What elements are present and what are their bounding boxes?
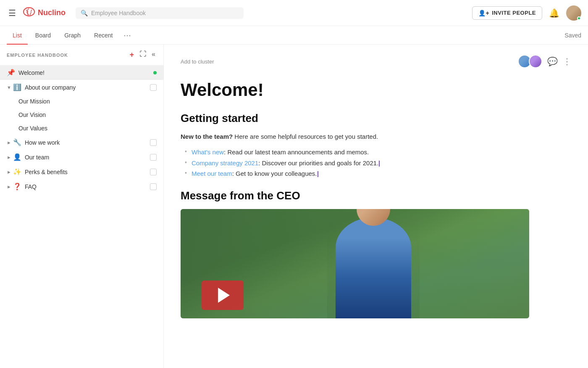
wrench-icon: 🔧: [13, 138, 21, 146]
sidebar-item-label: Our Mission: [18, 98, 157, 105]
online-status-dot: [577, 16, 581, 20]
intro-bold: New to the team?: [181, 133, 233, 140]
ceo-heading: Message from the CEO: [181, 189, 571, 202]
saved-label: Saved: [564, 32, 581, 39]
item-checkbox[interactable]: [150, 169, 157, 175]
text-cursor-2: [318, 171, 318, 177]
getting-started-heading: Getting started: [181, 112, 571, 125]
text-cursor: [379, 161, 380, 167]
sidebar-header: EMPLOYEE HANDBOOK + ⛶ «: [0, 45, 163, 65]
sidebar-header-actions: + ⛶ «: [129, 50, 157, 60]
chevron-right-icon[interactable]: ►: [7, 155, 11, 160]
bullet-text-2: : Discover our priorities and goals for …: [258, 159, 378, 167]
invite-people-button[interactable]: 👤+ INVITE PEOPLE: [472, 6, 542, 20]
content-actions: 💬 ⋮: [518, 55, 571, 68]
sidebar-item-label: Our team: [25, 154, 147, 161]
sidebar-item-label: Our Vision: [18, 111, 157, 118]
expand-icon[interactable]: ⛶: [139, 50, 147, 60]
sidebar-item-perks[interactable]: ► ✨ Perks & benefits: [0, 164, 163, 179]
page-title: Welcome!: [181, 80, 571, 100]
play-triangle-icon: [218, 288, 230, 303]
item-checkbox[interactable]: [150, 139, 157, 146]
tab-list[interactable]: List: [7, 26, 28, 45]
search-placeholder: Employee Handbook: [91, 10, 146, 16]
collaborators-avatars: [518, 55, 542, 68]
logo[interactable]: Nuclino: [23, 6, 66, 20]
video-play-button[interactable]: [202, 281, 244, 310]
sidebar-item-label: How we work: [25, 139, 147, 146]
person-head: [357, 209, 390, 226]
active-dot: [153, 71, 157, 74]
sidebar-item-label: FAQ: [25, 183, 147, 190]
tab-graph[interactable]: Graph: [58, 26, 87, 45]
logo-brain-icon: [23, 6, 35, 20]
collapse-sidebar-icon[interactable]: «: [151, 50, 157, 60]
sidebar-item-how-we-work[interactable]: ► 🔧 How we work: [0, 135, 163, 150]
search-icon: 🔍: [81, 10, 88, 16]
info-icon: ℹ️: [13, 83, 21, 91]
video-section: [181, 209, 571, 318]
logo-text: Nuclino: [38, 8, 66, 17]
nav-right: 👤+ INVITE PEOPLE 🔔: [472, 5, 581, 21]
sidebar-item-about[interactable]: ▼ ℹ️ About our company: [0, 80, 163, 95]
user-avatar-wrap[interactable]: [566, 5, 581, 21]
chevron-down-icon[interactable]: ▼: [7, 85, 11, 90]
list-item: What's new: Read our latest team announc…: [184, 147, 571, 158]
sidebar-item-values[interactable]: Our Values: [0, 122, 163, 135]
resource-list: What's new: Read our latest team announc…: [181, 147, 571, 179]
hamburger-menu[interactable]: ☰: [7, 6, 18, 20]
video-container[interactable]: [181, 209, 529, 318]
whats-new-link[interactable]: What's new: [192, 148, 224, 156]
top-navigation: ☰ Nuclino 🔍 Employee Handbook 👤+ INVITE …: [0, 0, 588, 26]
list-item: Company strategy 2021: Discover our prio…: [184, 158, 571, 169]
sidebar-item-label: Perks & benefits: [25, 169, 147, 175]
meet-our-team-link[interactable]: Meet our team: [192, 170, 232, 177]
chevron-right-icon[interactable]: ►: [7, 184, 11, 189]
person-body: [336, 217, 411, 318]
item-checkbox[interactable]: [150, 183, 157, 190]
question-icon: ❓: [13, 183, 21, 191]
item-checkbox[interactable]: [150, 84, 157, 91]
video-person: [327, 209, 420, 318]
sidebar-item-welcome[interactable]: 📌 Welcome!: [0, 65, 163, 80]
sidebar-item-label: Welcome!: [18, 69, 151, 76]
pin-icon: 📌: [7, 69, 15, 77]
sidebar-item-label: About our company: [25, 84, 147, 91]
company-strategy-link[interactable]: Company strategy 2021: [192, 159, 258, 167]
sidebar-item-faq[interactable]: ► ❓ FAQ: [0, 179, 163, 194]
intro-text: Here are some helpful resources to get y…: [233, 133, 378, 140]
chevron-right-icon[interactable]: ►: [7, 169, 11, 175]
content-area: Add to cluster 💬 ⋮ Welcome! Getting star…: [164, 45, 588, 368]
chevron-right-icon[interactable]: ►: [7, 140, 11, 145]
sidebar-item-our-team[interactable]: ► 👤 Our team: [0, 150, 163, 164]
content-toolbar: Add to cluster 💬 ⋮: [181, 55, 571, 68]
comment-icon[interactable]: 💬: [547, 56, 558, 66]
list-item: Meet our team: Get to know your colleagu…: [184, 168, 571, 179]
person-icon: 👤: [13, 153, 21, 161]
notifications-bell-icon[interactable]: 🔔: [549, 8, 559, 18]
search-bar[interactable]: 🔍 Employee Handbook: [76, 7, 244, 19]
add-item-icon[interactable]: +: [129, 50, 136, 60]
add-to-cluster-button[interactable]: Add to cluster: [181, 58, 214, 65]
svg-point-0: [24, 8, 34, 16]
bullet-text-1: : Read our latest team announcements and…: [224, 148, 369, 156]
tab-more-icon[interactable]: ⋯: [120, 31, 134, 40]
sidebar: EMPLOYEE HANDBOOK + ⛶ « 📌 Welcome! ▼ ℹ️ …: [0, 45, 164, 368]
main-area: EMPLOYEE HANDBOOK + ⛶ « 📌 Welcome! ▼ ℹ️ …: [0, 45, 588, 368]
collaborator-avatar-2: [529, 55, 542, 68]
more-options-icon[interactable]: ⋮: [563, 56, 571, 66]
bullet-text-3: : Get to know your colleagues.: [232, 170, 317, 177]
sidebar-item-vision[interactable]: Our Vision: [0, 108, 163, 122]
tab-recent[interactable]: Recent: [88, 26, 118, 45]
sidebar-item-label: Our Values: [18, 125, 157, 132]
intro-paragraph: New to the team? Here are some helpful r…: [181, 132, 571, 142]
sidebar-item-mission[interactable]: Our Mission: [0, 95, 163, 108]
item-checkbox[interactable]: [150, 154, 157, 161]
invite-icon: 👤+: [478, 10, 489, 16]
tab-board[interactable]: Board: [29, 26, 57, 45]
sparkles-icon: ✨: [13, 168, 21, 176]
sidebar-header-label: EMPLOYEE HANDBOOK: [7, 53, 129, 58]
tab-bar: List Board Graph Recent ⋯ Saved: [0, 26, 588, 45]
